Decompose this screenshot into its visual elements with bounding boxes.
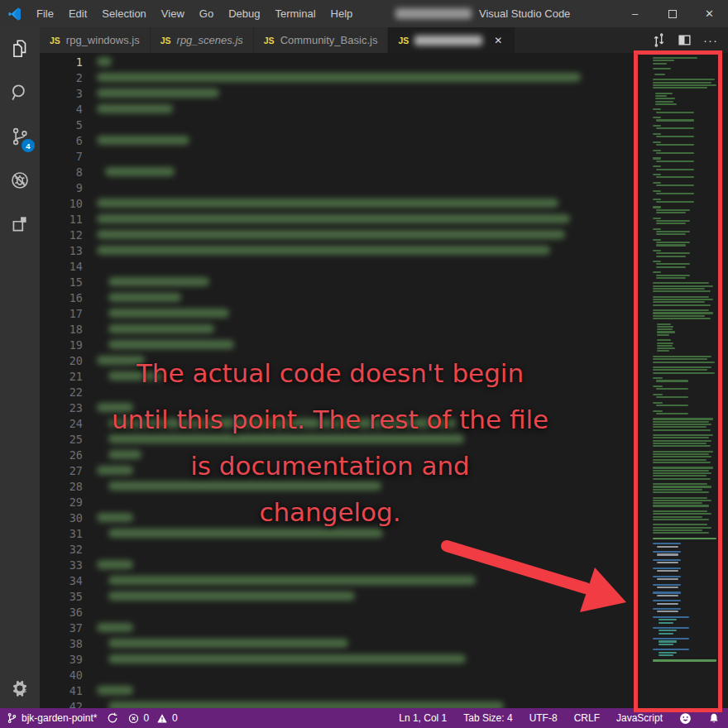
minimap-line <box>653 415 723 417</box>
split-editor-icon[interactable] <box>678 33 692 47</box>
manage-settings-button[interactable] <box>0 678 40 698</box>
minimap-line <box>653 527 711 529</box>
minimap-line <box>653 68 671 69</box>
minimap-line <box>653 108 661 110</box>
sidebar-item-explorer[interactable] <box>0 38 40 60</box>
sidebar-item-debug[interactable] <box>0 170 40 191</box>
menu-help[interactable]: Help <box>323 0 361 27</box>
minimap-line <box>656 160 694 162</box>
toggle-changes-icon[interactable] <box>652 33 666 47</box>
line-content <box>97 560 642 569</box>
minimap-line <box>653 299 713 300</box>
language-mode[interactable]: JavaScript <box>616 712 663 724</box>
code-line-10: 10 <box>40 195 642 211</box>
menu-file[interactable]: File <box>29 0 61 27</box>
indentation-setting[interactable]: Tab Size: 4 <box>463 712 512 724</box>
sync-button[interactable] <box>107 712 118 724</box>
window-title: Visual Studio Code <box>395 0 570 27</box>
menu-debug[interactable]: Debug <box>221 0 267 27</box>
sidebar-item-search[interactable] <box>0 82 40 103</box>
minimap-line <box>653 589 723 591</box>
problems-status[interactable]: 0 0 <box>128 712 177 724</box>
minimap-line <box>656 388 688 390</box>
search-icon <box>9 82 31 103</box>
minimap-line <box>653 114 723 116</box>
line-number: 32 <box>40 543 83 556</box>
line-number: 7 <box>40 150 83 163</box>
line-number: 11 <box>40 213 83 226</box>
close-icon[interactable]: ✕ <box>491 34 505 47</box>
redacted-code <box>97 57 112 66</box>
menu-terminal[interactable]: Terminal <box>267 0 323 27</box>
minimap-line <box>656 201 694 203</box>
minimap-line <box>653 394 663 395</box>
sidebar-item-extensions[interactable] <box>0 213 40 235</box>
tab-rpg_windows.js[interactable]: JSrpg_windows.js <box>40 27 150 53</box>
minimap-line <box>653 362 715 363</box>
minimap-line <box>653 239 661 241</box>
feedback-smiley-icon[interactable] <box>679 712 692 725</box>
minimap-line <box>653 448 723 450</box>
line-number: 6 <box>40 134 83 147</box>
redacted-code <box>97 560 133 569</box>
line-number: 17 <box>40 307 83 320</box>
menu-view[interactable]: View <box>154 0 192 27</box>
menu-edit[interactable]: Edit <box>61 0 94 27</box>
minimap-line <box>656 277 686 279</box>
minimize-button[interactable]: – <box>616 0 654 27</box>
minimap-line <box>653 616 689 618</box>
minimap[interactable] <box>642 53 728 708</box>
line-content <box>97 57 642 66</box>
status-bar: bjk-garden-point* 0 0 Ln <box>0 708 728 728</box>
minimap-line <box>653 304 711 306</box>
minimap-line <box>653 312 713 314</box>
minimap-line <box>653 497 707 499</box>
minimap-line <box>653 307 723 309</box>
minimap-line <box>656 184 694 186</box>
minimap-line <box>653 491 709 493</box>
tab-redacted-file[interactable]: JS✕ <box>388 27 515 53</box>
minimap-line <box>657 323 671 325</box>
minimap-line <box>653 407 723 409</box>
more-actions-icon[interactable]: ··· <box>703 36 718 45</box>
minimap-line <box>653 478 711 480</box>
line-content <box>97 73 642 82</box>
minimap-line <box>653 627 689 629</box>
minimap-line <box>659 644 674 645</box>
maximize-button[interactable] <box>654 0 691 27</box>
minimap-line <box>657 334 669 336</box>
javascript-file-icon: JS <box>160 36 171 46</box>
menu-selection[interactable]: Selection <box>94 0 153 27</box>
minimap-line <box>653 432 723 433</box>
minimap-line <box>653 486 711 487</box>
minimap-line <box>653 377 663 379</box>
line-number: 12 <box>40 228 83 242</box>
minimap-line <box>653 65 723 67</box>
tab-rpg_scenes.js[interactable]: JSrpg_scenes.js <box>151 27 253 53</box>
git-branch-status[interactable]: bjk-garden-point* <box>7 712 97 724</box>
notifications-bell-icon[interactable] <box>708 712 720 725</box>
menu-go[interactable]: Go <box>192 0 221 27</box>
code-line-7: 7 <box>40 148 642 164</box>
error-count: 0 <box>143 712 149 724</box>
end-of-line-setting[interactable]: CRLF <box>574 712 600 724</box>
line-content <box>97 639 642 648</box>
close-button[interactable]: ✕ <box>691 0 728 27</box>
minimap-line <box>653 190 661 192</box>
minimap-line <box>657 347 675 349</box>
minimap-line <box>653 646 723 648</box>
tab-Community_Basic.js[interactable]: JSCommunity_Basic.js <box>254 27 388 53</box>
file-encoding[interactable]: UTF-8 <box>529 712 558 724</box>
minimap-line <box>653 418 713 419</box>
minimap-line <box>656 244 686 246</box>
code-line-34: 34 <box>40 572 642 588</box>
minimap-line <box>656 396 688 398</box>
code-line-5: 5 <box>40 117 642 132</box>
line-content <box>97 89 642 98</box>
menu-bar: FileEditSelectionViewGoDebugTerminalHelp <box>29 0 360 27</box>
sidebar-item-source-control[interactable]: 4 <box>0 126 40 147</box>
minimap-line <box>656 209 690 211</box>
line-content <box>97 654 642 663</box>
cursor-position[interactable]: Ln 1, Col 1 <box>399 712 447 724</box>
minimap-line <box>653 228 661 230</box>
